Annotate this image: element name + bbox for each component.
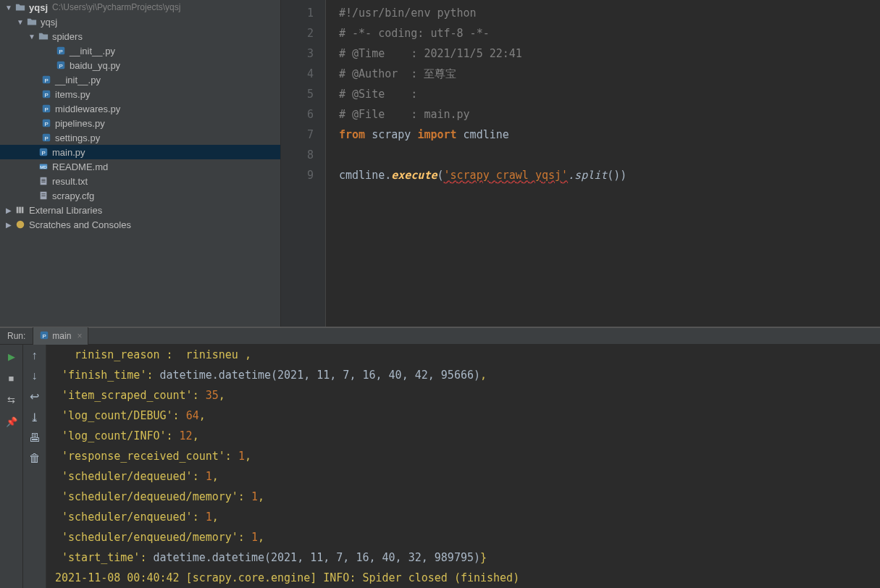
console-text: 64 bbox=[186, 409, 199, 422]
scroll-button[interactable]: ⤓ bbox=[30, 411, 39, 424]
line-number: 8 bbox=[281, 145, 314, 165]
svg-rect-25 bbox=[17, 207, 19, 214]
markdown-file-icon: MD bbox=[38, 161, 49, 172]
tree-label: __init__.py bbox=[55, 75, 101, 85]
console-text: , bbox=[219, 389, 225, 402]
tree-file[interactable]: P baidu_yq.py bbox=[0, 58, 280, 72]
console-text: 1 bbox=[251, 531, 258, 544]
console-text: 'scheduler/enqueued': bbox=[55, 511, 206, 524]
wrap-button[interactable]: ↩ bbox=[30, 390, 39, 403]
tree-file[interactable]: P settings.py bbox=[0, 130, 280, 145]
stop-button[interactable]: ■ bbox=[4, 371, 19, 385]
svg-rect-26 bbox=[19, 207, 21, 214]
tree-file[interactable]: P middlewares.py bbox=[0, 101, 280, 116]
tree-label: spiders bbox=[52, 31, 83, 42]
code-token: cmdline. bbox=[339, 169, 391, 182]
svg-text:P: P bbox=[59, 63, 62, 70]
print-button[interactable]: 🖶 bbox=[29, 432, 41, 445]
tree-label: pipelines.py bbox=[55, 118, 105, 129]
code-token: #!/usr/bin/env python bbox=[339, 7, 477, 20]
tree-file[interactable]: P __init__.py bbox=[0, 72, 280, 87]
code-token: ( bbox=[437, 169, 443, 182]
code-token: # @Time : 2021/11/5 22:41 bbox=[339, 47, 522, 60]
python-file-icon: P bbox=[55, 59, 67, 71]
layout-button[interactable]: ⇆ bbox=[4, 392, 19, 407]
tree-label: items.py bbox=[55, 89, 90, 100]
console-text: 12 bbox=[180, 429, 193, 442]
code-token: # @Site : bbox=[339, 88, 424, 101]
project-sidebar[interactable]: ▼ yqsj C:\Users\yi\PycharmProjects\yqsj … bbox=[0, 0, 281, 327]
svg-text:P: P bbox=[59, 49, 62, 55]
tree-file[interactable]: scrapy.cfg bbox=[0, 188, 280, 203]
up-button[interactable]: ↑ bbox=[32, 349, 38, 362]
svg-rect-24 bbox=[41, 196, 45, 196]
svg-text:MD: MD bbox=[40, 164, 47, 169]
code-content[interactable]: #!/usr/bin/env python # -*- coding: utf-… bbox=[326, 0, 880, 327]
rerun-button[interactable]: ▶ bbox=[4, 349, 19, 364]
run-toolbar-right: ↑ ↓ ↩ ⤓ 🖶 🗑 bbox=[23, 345, 46, 588]
tree-file[interactable]: result.txt bbox=[0, 174, 280, 188]
tree-file[interactable]: P pipelines.py bbox=[0, 116, 280, 130]
console-text: rinisn_reason : rinisneu , bbox=[55, 348, 251, 361]
gutter: 1 2 3 4 5 6 7 8 9 bbox=[281, 0, 326, 327]
tree-folder-yqsj[interactable]: ▼ yqsj bbox=[0, 14, 280, 29]
config-file-icon bbox=[38, 190, 49, 201]
console-text: , bbox=[480, 369, 487, 382]
svg-text:P: P bbox=[44, 106, 48, 113]
tree-label: yqsj bbox=[41, 17, 57, 28]
console-text: 'response_received_count': bbox=[55, 450, 238, 463]
trash-button[interactable]: 🗑 bbox=[29, 452, 41, 465]
svg-rect-19 bbox=[41, 179, 45, 180]
tree-label: yqsj bbox=[29, 2, 48, 13]
console-text: 1 bbox=[238, 450, 245, 463]
scratches-icon bbox=[14, 219, 26, 230]
code-token: cmdline bbox=[457, 128, 509, 141]
python-file-icon: P bbox=[41, 117, 52, 129]
tree-root[interactable]: ▼ yqsj C:\Users\yi\PycharmProjects\yqsj bbox=[0, 0, 280, 14]
code-token: import bbox=[417, 128, 456, 141]
console-text: datetime.datetime(2021, 11, 7, 16, 40, 4… bbox=[160, 369, 481, 382]
chevron-right-icon: ▶ bbox=[3, 206, 14, 214]
svg-rect-27 bbox=[22, 207, 24, 214]
svg-text:P: P bbox=[44, 135, 48, 142]
pin-button[interactable]: 📌 bbox=[4, 414, 19, 429]
run-panel: Run: P main × ▶ ■ ⇆ 📌 ↑ ↓ ↩ ⤓ 🖶 🗑 rinisn… bbox=[0, 327, 880, 588]
tree-scratches[interactable]: ▶ Scratches and Consoles bbox=[0, 217, 280, 232]
python-file-icon: P bbox=[38, 146, 49, 158]
folder-icon bbox=[38, 30, 49, 42]
tree-file[interactable]: MD README.md bbox=[0, 159, 280, 174]
line-number: 6 bbox=[281, 104, 314, 125]
tree-file-main[interactable]: P main.py bbox=[0, 145, 280, 159]
tree-external-libs[interactable]: ▶ External Libraries bbox=[0, 203, 280, 217]
run-tab-main[interactable]: P main × bbox=[33, 327, 88, 345]
python-file-icon: P bbox=[41, 88, 52, 100]
console-text: , bbox=[245, 450, 251, 463]
run-label: Run: bbox=[0, 331, 33, 341]
run-toolbar-left: ▶ ■ ⇆ 📌 bbox=[0, 345, 23, 588]
line-number: 4 bbox=[281, 64, 314, 84]
code-token: scrapy bbox=[365, 128, 417, 141]
console-text: 1 bbox=[206, 511, 212, 524]
tree-path: C:\Users\yi\PycharmProjects\yqsj bbox=[52, 2, 180, 12]
console-text: , bbox=[212, 470, 219, 483]
line-number: 9 bbox=[281, 165, 314, 185]
tree-label: middlewares.py bbox=[55, 104, 120, 114]
python-file-icon: P bbox=[39, 330, 49, 343]
tree-folder-spiders[interactable]: ▼ spiders bbox=[0, 29, 280, 43]
chevron-right-icon: ▶ bbox=[3, 221, 14, 229]
code-token: from bbox=[339, 128, 365, 141]
console-text: 'finish_time': bbox=[55, 369, 160, 382]
code-token: execute bbox=[391, 169, 437, 182]
code-token: ()) bbox=[607, 169, 627, 182]
svg-text:P: P bbox=[43, 332, 46, 339]
code-editor[interactable]: 1 2 3 4 5 6 7 8 9 #!/usr/bin/env python … bbox=[281, 0, 880, 327]
run-header: Run: P main × bbox=[0, 327, 880, 345]
svg-rect-21 bbox=[41, 182, 45, 182]
console-text: } bbox=[480, 551, 487, 564]
down-button[interactable]: ↓ bbox=[32, 369, 38, 382]
tree-file[interactable]: P items.py bbox=[0, 87, 280, 101]
close-icon[interactable]: × bbox=[77, 331, 82, 341]
tree-file[interactable]: P __init__.py bbox=[0, 43, 280, 58]
console-output[interactable]: rinisn_reason : rinisneu , 'finish_time'… bbox=[46, 345, 880, 588]
run-tab-label: main bbox=[52, 331, 71, 341]
